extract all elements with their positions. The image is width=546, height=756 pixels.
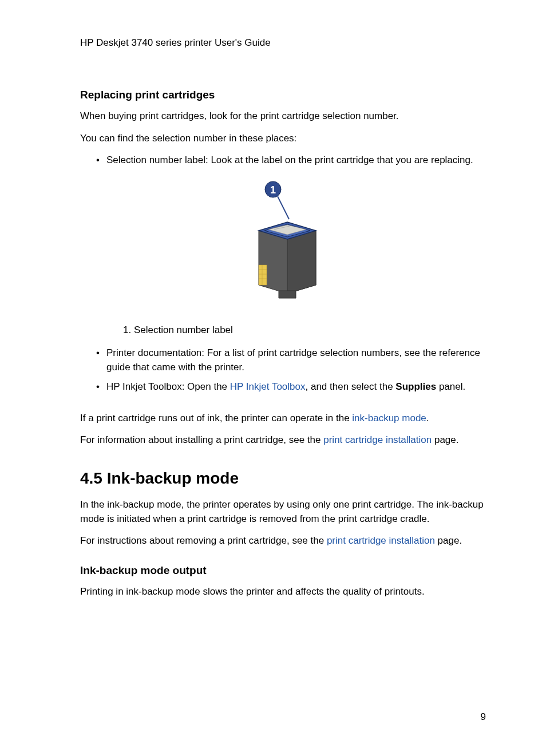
section-heading-ink-backup: 4.5 Ink-backup mode: [80, 469, 489, 488]
bullet-text-suffix: panel.: [436, 381, 465, 392]
link-print-cartridge-installation-2[interactable]: print cartridge installation: [327, 535, 435, 546]
svg-text:1: 1: [270, 184, 276, 196]
text-suffix: .: [426, 413, 429, 423]
cartridge-image: 1: [233, 179, 336, 305]
bullet-text-prefix: HP Inkjet Toolbox: Open the: [106, 381, 230, 392]
bullet-list: Selection number label: Look at the labe…: [80, 153, 489, 168]
bullet-text-mid: , and then select the: [305, 381, 395, 392]
page-header: HP Deskjet 3740 series printer User's Gu…: [80, 37, 489, 49]
text-prefix: For instructions about removing a print …: [80, 535, 327, 546]
text-suffix: page.: [435, 535, 462, 546]
page-number: 9: [481, 711, 486, 723]
body-paragraph: For instructions about removing a print …: [80, 534, 489, 548]
link-ink-backup-mode[interactable]: ink-backup mode: [352, 413, 426, 423]
svg-rect-5: [259, 265, 267, 285]
subsection-heading-output: Ink-backup mode output: [80, 564, 489, 577]
figure-caption: 1. Selection number label: [123, 324, 489, 336]
svg-line-2: [278, 196, 289, 219]
bullet-item: HP Inkjet Toolbox: Open the HP Inkjet To…: [96, 380, 489, 394]
text-prefix: For information about installing a print…: [80, 434, 323, 445]
body-paragraph: If a print cartridge runs out of ink, th…: [80, 411, 489, 426]
section-heading-replacing: Replacing print cartridges: [80, 89, 489, 101]
body-paragraph: Printing in ink-backup mode slows the pr…: [80, 585, 489, 599]
bullet-item: Selection number label: Look at the labe…: [96, 153, 489, 168]
body-paragraph: You can find the selection number in the…: [80, 132, 489, 146]
body-paragraph: For information about installing a print…: [80, 433, 489, 448]
supplies-bold: Supplies: [395, 381, 436, 392]
body-paragraph: When buying print cartridges, look for t…: [80, 109, 489, 124]
bullet-item: Printer documentation: For a list of pri…: [96, 346, 489, 374]
link-hp-inkjet-toolbox[interactable]: HP Inkjet Toolbox: [230, 381, 306, 392]
link-print-cartridge-installation[interactable]: print cartridge installation: [323, 434, 432, 445]
body-paragraph: In the ink-backup mode, the printer oper…: [80, 498, 489, 526]
bullet-list: Printer documentation: For a list of pri…: [80, 346, 489, 394]
text-suffix: page.: [432, 434, 458, 445]
text-prefix: If a print cartridge runs out of ink, th…: [80, 413, 352, 423]
cartridge-figure: 1: [80, 179, 489, 307]
